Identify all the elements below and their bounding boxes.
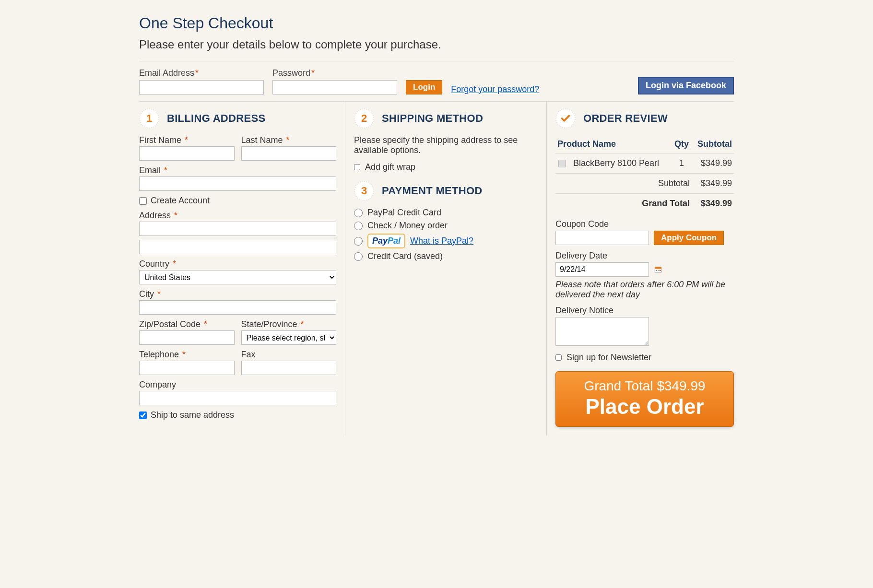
state-label: State/Province *: [241, 319, 337, 329]
company-input[interactable]: [139, 391, 336, 405]
fax-label: Fax: [241, 350, 337, 360]
place-order-grand-total: Grand Total $349.99: [561, 378, 729, 394]
place-order-button[interactable]: Grand Total $349.99 Place Order: [555, 371, 734, 427]
shipping-note: Please specify the shipping address to s…: [354, 135, 538, 155]
subtotal-label: Subtotal: [555, 174, 692, 194]
email-label: Email Address*: [139, 68, 264, 78]
zip-label: Zip/Postal Code *: [139, 319, 235, 329]
billing-column: 1 BILLING ADDRESS First Name * Last Name…: [139, 102, 345, 435]
address-label: Address *: [139, 211, 336, 221]
newsletter-label: Sign up for Newsletter: [566, 353, 651, 363]
login-button[interactable]: Login: [406, 80, 442, 94]
order-table: Product Name Qty Subtotal BlackBerry 810…: [555, 135, 734, 213]
billing-title: BILLING ADDRESS: [167, 112, 265, 125]
review-badge: [555, 108, 576, 129]
shipping-title: SHIPPING METHOD: [382, 112, 483, 125]
city-label: City *: [139, 289, 336, 299]
payment-title: PAYMENT METHOD: [382, 185, 483, 197]
svg-rect-2: [655, 267, 661, 269]
grand-total-label: Grand Total: [555, 194, 692, 214]
product-icon: [557, 159, 567, 168]
product-qty: 1: [672, 153, 692, 174]
password-input[interactable]: [272, 80, 397, 94]
create-account-label: Create Account: [151, 196, 210, 206]
ship-same-checkbox[interactable]: [139, 412, 147, 419]
create-account-checkbox[interactable]: [139, 197, 147, 205]
col-product: Product Name: [555, 135, 672, 153]
svg-rect-3: [656, 270, 657, 271]
col-qty: Qty: [672, 135, 692, 153]
paypal-logo: PayPal: [367, 234, 405, 248]
divider: [139, 61, 734, 61]
billing-email-label: Email *: [139, 165, 336, 176]
subtotal-value: $349.99: [692, 174, 734, 194]
check-icon: [560, 113, 571, 124]
subtotal-row: Subtotal $349.99: [555, 174, 734, 194]
svg-rect-4: [658, 270, 659, 271]
gift-wrap-checkbox[interactable]: [354, 164, 360, 170]
what-is-paypal-link[interactable]: What is PayPal?: [410, 236, 473, 246]
payment-option-label: Credit Card (saved): [367, 251, 443, 261]
address-input-2[interactable]: [139, 240, 336, 254]
grand-total-value: $349.99: [692, 194, 734, 214]
col-subtotal: Subtotal: [692, 135, 734, 153]
telephone-input[interactable]: [139, 361, 235, 375]
product-name: BlackBerry 8100 Pearl: [573, 158, 659, 168]
coupon-input[interactable]: [555, 231, 649, 245]
fax-input[interactable]: [241, 361, 337, 375]
apply-coupon-button[interactable]: Apply Coupon: [654, 231, 724, 245]
payment-radio-paypal-cc[interactable]: [354, 209, 363, 217]
delivery-date-label: Delivery Date: [555, 251, 734, 261]
review-column: ORDER REVIEW Product Name Qty Subtotal B…: [547, 102, 734, 435]
first-name-input[interactable]: [139, 146, 235, 161]
zip-input[interactable]: [139, 330, 235, 345]
payment-radio-check[interactable]: [354, 222, 363, 230]
login-row: Email Address* Password* Login Forgot yo…: [139, 68, 734, 94]
email-input[interactable]: [139, 80, 264, 94]
payment-radio-paypal[interactable]: [354, 237, 363, 246]
page-subtitle: Please enter your details below to compl…: [139, 38, 734, 51]
login-facebook-button[interactable]: Login via Facebook: [638, 77, 734, 94]
place-order-label: Place Order: [561, 395, 729, 419]
company-label: Company: [139, 380, 336, 390]
calendar-icon[interactable]: [654, 265, 662, 274]
newsletter-checkbox[interactable]: [555, 354, 562, 361]
svg-rect-0: [559, 160, 566, 167]
review-title: ORDER REVIEW: [583, 112, 668, 125]
address-input-1[interactable]: [139, 222, 336, 236]
password-label: Password*: [272, 68, 397, 78]
svg-rect-5: [660, 270, 661, 271]
payment-option-label: Check / Money order: [367, 221, 448, 231]
last-name-input[interactable]: [241, 146, 337, 161]
step-1-badge: 1: [139, 108, 159, 129]
delivery-notice-textarea[interactable]: [555, 317, 649, 346]
payment-option-label: PayPal Credit Card: [367, 208, 441, 218]
step-2-badge: 2: [354, 108, 374, 129]
grand-total-row: Grand Total $349.99: [555, 194, 734, 214]
ship-same-label: Ship to same address: [151, 410, 234, 420]
country-select[interactable]: United States: [139, 270, 336, 284]
telephone-label: Telephone *: [139, 350, 235, 360]
state-select[interactable]: Please select region, state or province: [241, 330, 337, 345]
page-title: One Step Checkout: [139, 14, 734, 32]
last-name-label: Last Name *: [241, 135, 337, 145]
city-input[interactable]: [139, 300, 336, 315]
delivery-notice-label: Delivery Notice: [555, 306, 734, 316]
coupon-label: Coupon Code: [555, 219, 734, 229]
product-subtotal: $349.99: [692, 153, 734, 174]
delivery-date-input[interactable]: [555, 262, 649, 277]
first-name-label: First Name *: [139, 135, 235, 145]
shipping-payment-column: 2 SHIPPING METHOD Please specify the shi…: [345, 102, 547, 435]
gift-wrap-label: Add gift wrap: [365, 162, 415, 172]
step-3-badge: 3: [354, 181, 374, 201]
forgot-password-link[interactable]: Forgot your password?: [451, 84, 539, 94]
table-row: BlackBerry 8100 Pearl 1 $349.99: [555, 153, 734, 174]
country-label: Country *: [139, 259, 336, 269]
billing-email-input[interactable]: [139, 176, 336, 191]
payment-radio-saved-card[interactable]: [354, 252, 363, 261]
delivery-note: Please note that orders after 6:00 PM wi…: [555, 280, 734, 300]
